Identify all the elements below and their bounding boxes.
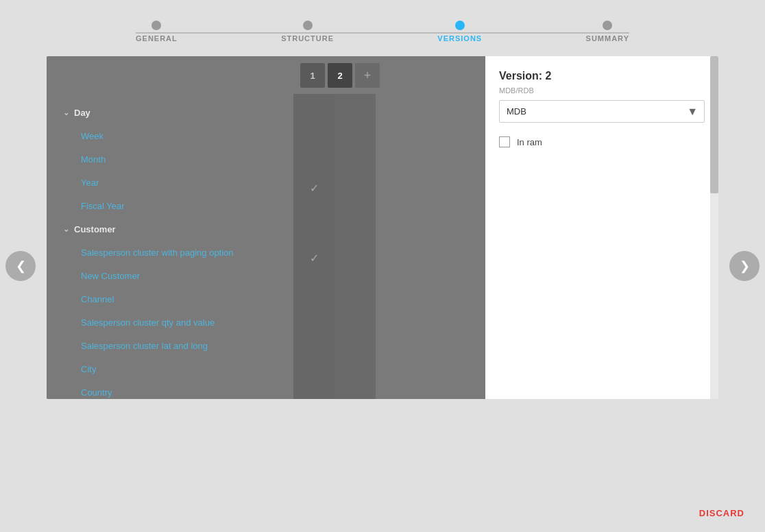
mdb-select[interactable]: MDB RDB <box>499 100 705 123</box>
in-ram-checkbox[interactable] <box>499 136 510 147</box>
salesperson-paging-label: Salesperson cluster with paging option <box>81 247 472 258</box>
check-month-col1: ✓ <box>293 176 335 200</box>
mdb-rdb-label: MDB/RDB <box>499 86 705 95</box>
stepper-label-versions: VERSIONS <box>437 34 482 43</box>
chevron-left-icon: ❮ <box>16 258 26 274</box>
version-tab-1[interactable]: 1 <box>300 63 325 88</box>
stepper-item-structure[interactable]: STRUCTURE <box>281 21 334 43</box>
stepper-label-structure: STRUCTURE <box>281 34 334 43</box>
stepper-dot-general <box>151 21 161 30</box>
plus-icon: + <box>364 69 372 83</box>
nav-right-button[interactable]: ❯ <box>729 251 760 281</box>
tree-group-day[interactable]: ⌄ Day <box>47 101 485 124</box>
tree-item-new-customer[interactable]: New Customer <box>47 264 485 287</box>
channel-label: Channel <box>81 294 472 304</box>
stepper-dot-structure <box>303 21 313 30</box>
country-label: Country <box>81 387 472 398</box>
customer-label: Customer <box>74 224 472 234</box>
month-label: Month <box>81 154 472 165</box>
stepper: GENERAL STRUCTURE VERSIONS SUMMARY <box>0 0 765 56</box>
chevron-down-icon: ⌄ <box>60 107 71 118</box>
stepper-label-summary: SUMMARY <box>586 34 629 43</box>
stepper-label-general: GENERAL <box>136 34 178 43</box>
tree-item-fiscal-year[interactable]: Fiscal Year <box>47 194 485 217</box>
version-tabs: 1 2 + <box>293 56 387 95</box>
stepper-item-versions[interactable]: VERSIONS <box>437 21 482 43</box>
salesperson-lat-label: Salesperson cluster lat and long <box>81 341 472 351</box>
tree-item-salesperson-paging[interactable]: Salesperson cluster with paging option <box>47 241 485 264</box>
discard-button[interactable]: DISCARD <box>699 508 744 518</box>
tree-item-city[interactable]: City <box>47 357 485 380</box>
version-title: Version: 2 <box>499 70 705 82</box>
new-customer-label: New Customer <box>81 271 472 281</box>
chevron-right-icon: ❯ <box>740 258 750 274</box>
check-customer-col1: ✓ <box>293 246 335 269</box>
stepper-dot-summary <box>603 21 612 30</box>
left-panel: 1 2 + ✓ ✓ ⌄ Day <box>47 56 485 399</box>
tree-list: ⌄ Day Week Month Year Fiscal Year <box>47 94 485 399</box>
nav-left-button[interactable]: ❮ <box>5 251 36 281</box>
tree-group-customer[interactable]: ⌄ Customer <box>47 217 485 241</box>
main-area: ❮ 1 2 + ✓ ✓ <box>0 56 765 399</box>
tree-item-country[interactable]: Country <box>47 380 485 399</box>
version-tab-2[interactable]: 2 <box>328 63 352 88</box>
tree-item-salesperson-lat[interactable]: Salesperson cluster lat and long <box>47 334 485 357</box>
stepper-item-summary[interactable]: SUMMARY <box>586 21 629 43</box>
scrollbar-track <box>710 56 718 399</box>
city-label: City <box>81 364 472 374</box>
card: 1 2 + ✓ ✓ ⌄ Day <box>47 56 718 399</box>
mdb-select-wrapper: MDB RDB ▼ <box>499 100 705 123</box>
tree-item-year[interactable]: Year <box>47 171 485 194</box>
scrollbar-thumb[interactable] <box>710 56 718 193</box>
in-ram-row: In ram <box>499 136 705 147</box>
right-panel: Version: 2 MDB/RDB MDB RDB ▼ In ram <box>485 56 718 399</box>
salesperson-qty-label: Salesperson cluster qty and value <box>81 317 472 328</box>
day-label: Day <box>74 108 472 118</box>
tree-item-week[interactable]: Week <box>47 124 485 147</box>
version-tab-add[interactable]: + <box>355 63 380 88</box>
stepper-item-general[interactable]: GENERAL <box>136 21 178 43</box>
week-label: Week <box>81 131 472 141</box>
year-label: Year <box>81 178 472 188</box>
stepper-items: GENERAL STRUCTURE VERSIONS SUMMARY <box>136 21 629 43</box>
stepper-dot-versions <box>455 21 465 30</box>
tree-item-month[interactable]: Month <box>47 147 485 171</box>
in-ram-label: In ram <box>517 137 542 147</box>
fiscal-year-label: Fiscal Year <box>81 201 472 211</box>
tree-item-salesperson-qty[interactable]: Salesperson cluster qty and value <box>47 311 485 334</box>
tree-item-channel[interactable]: Channel <box>47 287 485 311</box>
chevron-down-icon-customer: ⌄ <box>60 223 71 234</box>
